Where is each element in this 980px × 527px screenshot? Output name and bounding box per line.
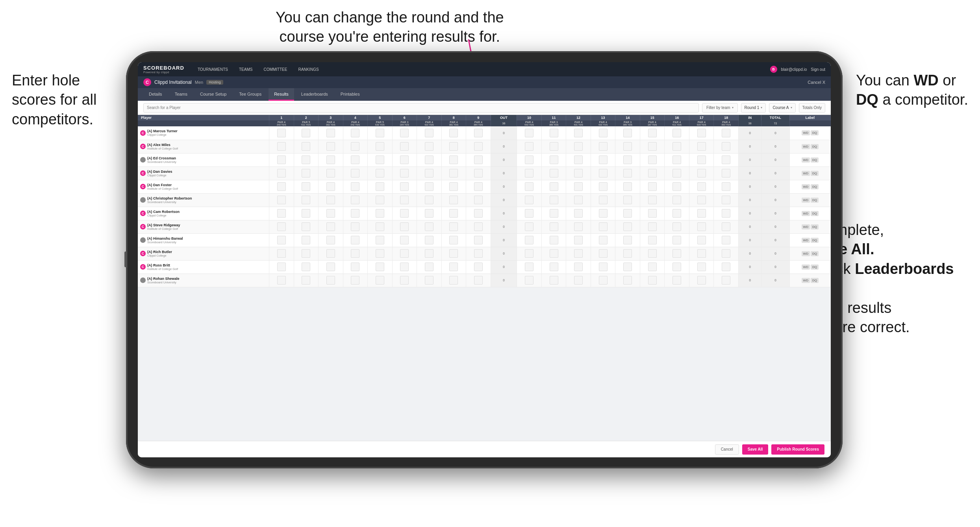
score-input-h1-p11[interactable] bbox=[277, 276, 286, 285]
score-input-h10-p7[interactable] bbox=[525, 222, 534, 231]
score-input-h18-p9[interactable] bbox=[722, 249, 730, 258]
score-input-h1-p9[interactable] bbox=[277, 249, 286, 258]
score-input-h7-p0[interactable] bbox=[425, 129, 433, 137]
score-input-h6-p1[interactable] bbox=[400, 142, 409, 151]
score-input-h9-p2[interactable] bbox=[474, 155, 483, 164]
totals-only-toggle[interactable]: Totals Only bbox=[799, 103, 825, 113]
score-input-h3-p8[interactable] bbox=[326, 236, 335, 244]
score-input-h4-p5[interactable] bbox=[351, 196, 359, 204]
wd-button[interactable]: WD bbox=[802, 198, 810, 203]
score-input-h6-p3[interactable] bbox=[400, 169, 409, 178]
score-input-h2-p9[interactable] bbox=[302, 249, 310, 258]
score-input-h10-p5[interactable] bbox=[525, 196, 534, 204]
score-input-h17-p4[interactable] bbox=[697, 182, 706, 191]
score-input-h7-p3[interactable] bbox=[425, 169, 433, 178]
score-input-h15-p1[interactable] bbox=[648, 142, 657, 151]
score-input-h9-p8[interactable] bbox=[474, 236, 483, 244]
score-input-h9-p9[interactable] bbox=[474, 249, 483, 258]
score-input-h18-p11[interactable] bbox=[722, 276, 730, 285]
score-input-h1-p1[interactable] bbox=[277, 142, 286, 151]
score-input-h16-p4[interactable] bbox=[672, 182, 681, 191]
score-table-wrap[interactable]: Player 1 2 3 4 5 6 7 8 9 OUT 10 bbox=[138, 115, 831, 443]
score-input-h8-p5[interactable] bbox=[449, 196, 458, 204]
score-input-h18-p1[interactable] bbox=[722, 142, 730, 151]
score-input-h6-p9[interactable] bbox=[400, 249, 409, 258]
score-input-h17-p10[interactable] bbox=[697, 263, 706, 271]
score-input-h1-p7[interactable] bbox=[277, 222, 286, 231]
score-input-h11-p8[interactable] bbox=[550, 236, 558, 244]
score-input-h16-p7[interactable] bbox=[672, 222, 681, 231]
score-input-h7-p5[interactable] bbox=[425, 196, 433, 204]
wd-button[interactable]: WD bbox=[802, 184, 810, 189]
score-input-h8-p4[interactable] bbox=[449, 182, 458, 191]
score-input-h10-p11[interactable] bbox=[525, 276, 534, 285]
score-input-h11-p9[interactable] bbox=[550, 249, 558, 258]
score-input-h7-p9[interactable] bbox=[425, 249, 433, 258]
score-input-h14-p8[interactable] bbox=[623, 236, 632, 244]
tab-teams[interactable]: Teams bbox=[169, 88, 193, 101]
score-input-h14-p1[interactable] bbox=[623, 142, 632, 151]
score-input-h11-p10[interactable] bbox=[550, 263, 558, 271]
score-input-h16-p9[interactable] bbox=[672, 249, 681, 258]
score-input-h12-p5[interactable] bbox=[574, 196, 583, 204]
score-input-h12-p8[interactable] bbox=[574, 236, 583, 244]
score-input-h14-p3[interactable] bbox=[623, 169, 632, 178]
score-input-h5-p3[interactable] bbox=[376, 169, 384, 178]
score-input-h10-p4[interactable] bbox=[525, 182, 534, 191]
wd-button[interactable]: WD bbox=[802, 264, 810, 270]
score-input-h7-p8[interactable] bbox=[425, 236, 433, 244]
score-input-h2-p7[interactable] bbox=[302, 222, 310, 231]
score-input-h9-p1[interactable] bbox=[474, 142, 483, 151]
score-input-h12-p7[interactable] bbox=[574, 222, 583, 231]
score-input-h13-p2[interactable] bbox=[599, 155, 608, 164]
score-input-h11-p3[interactable] bbox=[550, 169, 558, 178]
score-input-h10-p0[interactable] bbox=[525, 129, 534, 137]
dq-button[interactable]: DQ bbox=[811, 238, 819, 243]
score-input-h3-p7[interactable] bbox=[326, 222, 335, 231]
score-input-h4-p3[interactable] bbox=[351, 169, 359, 178]
score-input-h17-p11[interactable] bbox=[697, 276, 706, 285]
dq-button[interactable]: DQ bbox=[811, 211, 819, 216]
score-input-h15-p5[interactable] bbox=[648, 196, 657, 204]
score-input-h2-p4[interactable] bbox=[302, 182, 310, 191]
score-input-h18-p10[interactable] bbox=[722, 263, 730, 271]
score-input-h15-p6[interactable] bbox=[648, 209, 657, 218]
score-input-h12-p9[interactable] bbox=[574, 249, 583, 258]
score-input-h3-p11[interactable] bbox=[326, 276, 335, 285]
score-input-h15-p3[interactable] bbox=[648, 169, 657, 178]
score-input-h8-p10[interactable] bbox=[449, 263, 458, 271]
score-input-h14-p7[interactable] bbox=[623, 222, 632, 231]
score-input-h7-p2[interactable] bbox=[425, 155, 433, 164]
score-input-h1-p3[interactable] bbox=[277, 169, 286, 178]
score-input-h11-p0[interactable] bbox=[550, 129, 558, 137]
score-input-h13-p6[interactable] bbox=[599, 209, 608, 218]
dq-button[interactable]: DQ bbox=[811, 278, 819, 283]
score-input-h13-p1[interactable] bbox=[599, 142, 608, 151]
score-input-h15-p11[interactable] bbox=[648, 276, 657, 285]
tab-course-setup[interactable]: Course Setup bbox=[195, 88, 232, 101]
score-input-h3-p1[interactable] bbox=[326, 142, 335, 151]
dq-button[interactable]: DQ bbox=[811, 171, 819, 176]
score-input-h3-p2[interactable] bbox=[326, 155, 335, 164]
score-input-h8-p2[interactable] bbox=[449, 155, 458, 164]
score-input-h12-p0[interactable] bbox=[574, 129, 583, 137]
score-input-h10-p9[interactable] bbox=[525, 249, 534, 258]
nav-rankings[interactable]: RANKINGS bbox=[296, 67, 320, 72]
score-input-h10-p10[interactable] bbox=[525, 263, 534, 271]
score-input-h6-p6[interactable] bbox=[400, 209, 409, 218]
score-input-h12-p6[interactable] bbox=[574, 209, 583, 218]
score-input-h16-p2[interactable] bbox=[672, 155, 681, 164]
wd-button[interactable]: WD bbox=[802, 157, 810, 163]
score-input-h4-p10[interactable] bbox=[351, 263, 359, 271]
score-input-h4-p2[interactable] bbox=[351, 155, 359, 164]
score-input-h16-p10[interactable] bbox=[672, 263, 681, 271]
score-input-h5-p0[interactable] bbox=[376, 129, 384, 137]
score-input-h5-p9[interactable] bbox=[376, 249, 384, 258]
score-input-h1-p8[interactable] bbox=[277, 236, 286, 244]
score-input-h10-p2[interactable] bbox=[525, 155, 534, 164]
score-input-h5-p2[interactable] bbox=[376, 155, 384, 164]
dq-button[interactable]: DQ bbox=[811, 184, 819, 189]
score-input-h13-p3[interactable] bbox=[599, 169, 608, 178]
score-input-h13-p11[interactable] bbox=[599, 276, 608, 285]
wd-button[interactable]: WD bbox=[802, 278, 810, 283]
